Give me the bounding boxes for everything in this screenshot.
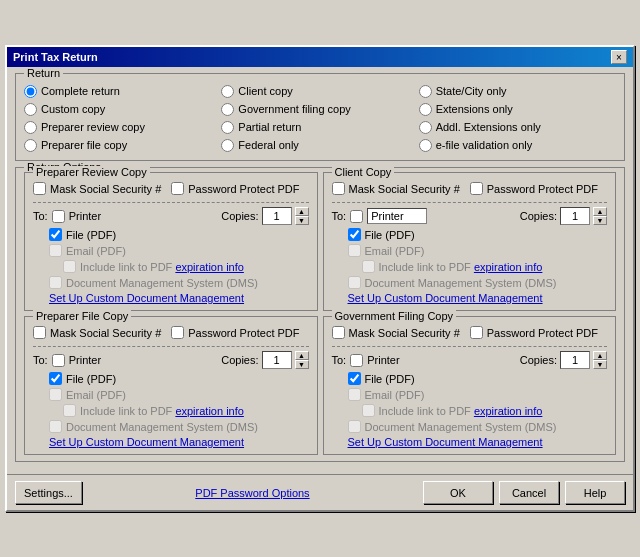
cc-copies-up[interactable]: ▲ <box>593 207 607 216</box>
gf-dms-checkbox[interactable] <box>348 420 361 433</box>
cc-dms-label: Document Management System (DMS) <box>365 277 557 289</box>
ok-button[interactable]: OK <box>423 481 493 504</box>
gf-setup-link[interactable]: Set Up Custom Document Management <box>348 436 543 448</box>
pf-mask-ss-row: Mask Social Security # <box>33 326 161 339</box>
pr-setup-link[interactable]: Set Up Custom Document Management <box>49 292 244 304</box>
help-button[interactable]: Help <box>565 481 625 504</box>
pf-mask-ss-checkbox[interactable] <box>33 326 46 339</box>
pr-mask-ss-label: Mask Social Security # <box>50 183 161 195</box>
pr-dms-checkbox[interactable] <box>49 276 62 289</box>
cc-printer-box: Printer <box>367 208 427 224</box>
pr-expiration-link[interactable]: expiration info <box>175 261 244 273</box>
preparer-review-section: Preparer Review Copy Mask Social Securit… <box>24 172 318 311</box>
pr-copies-up[interactable]: ▲ <box>295 207 309 216</box>
cc-printer-checkbox[interactable] <box>350 210 363 223</box>
gf-email-pdf-row: Email (PDF) <box>332 388 608 401</box>
pf-copies-input[interactable] <box>262 351 292 369</box>
cc-include-link-row: Include link to PDF expiration info <box>332 260 608 273</box>
pf-setup-link[interactable]: Set Up Custom Document Management <box>49 436 244 448</box>
pf-include-link-checkbox[interactable] <box>63 404 76 417</box>
gf-pwd-checkbox[interactable] <box>470 326 483 339</box>
gf-file-pdf-row: File (PDF) <box>332 372 608 385</box>
radio-extensions[interactable]: Extensions only <box>419 100 616 118</box>
title-bar: Print Tax Return × <box>7 47 633 67</box>
dialog-content: Return Complete return Custom copy Prepa… <box>7 67 633 474</box>
radio-state-city-label: State/City only <box>436 82 507 100</box>
gf-printer-label: Printer <box>367 354 399 366</box>
pf-to-row: To: Printer Copies: ▲ ▼ <box>33 351 309 369</box>
radio-state-city[interactable]: State/City only <box>419 82 616 100</box>
cc-setup-link[interactable]: Set Up Custom Document Management <box>348 292 543 304</box>
radio-federal[interactable]: Federal only <box>221 136 418 154</box>
cc-expiration-link[interactable]: expiration info <box>474 261 543 273</box>
radio-efile[interactable]: e-file validation only <box>419 136 616 154</box>
gf-copies-up[interactable]: ▲ <box>593 351 607 360</box>
pr-mask-ss-checkbox[interactable] <box>33 182 46 195</box>
radio-preparer-file[interactable]: Preparer file copy <box>24 136 221 154</box>
gf-file-pdf-checkbox[interactable] <box>348 372 361 385</box>
gf-mask-ss-checkbox[interactable] <box>332 326 345 339</box>
cc-copies-down[interactable]: ▼ <box>593 216 607 225</box>
preparer-file-section-label: Preparer File Copy <box>33 310 131 322</box>
radio-partial[interactable]: Partial return <box>221 118 418 136</box>
cc-include-link-checkbox[interactable] <box>362 260 375 273</box>
pr-mask-ss-row: Mask Social Security # <box>33 182 161 195</box>
cc-dms-checkbox[interactable] <box>348 276 361 289</box>
pf-copies-up[interactable]: ▲ <box>295 351 309 360</box>
pf-copies-label: Copies: <box>221 354 258 366</box>
cc-mask-ss-checkbox[interactable] <box>332 182 345 195</box>
radio-custom[interactable]: Custom copy <box>24 100 221 118</box>
preparer-file-content: Mask Social Security # Password Protect … <box>33 322 309 448</box>
gf-include-link-checkbox[interactable] <box>362 404 375 417</box>
pf-pwd-checkbox[interactable] <box>171 326 184 339</box>
pf-email-pdf-checkbox[interactable] <box>49 388 62 401</box>
close-button[interactable]: × <box>611 50 627 64</box>
pf-email-pdf-label: Email (PDF) <box>66 389 126 401</box>
dialog-title: Print Tax Return <box>13 51 98 63</box>
gf-expiration-link[interactable]: expiration info <box>474 405 543 417</box>
pr-printer-checkbox[interactable] <box>52 210 65 223</box>
pr-email-pdf-checkbox[interactable] <box>49 244 62 257</box>
cc-copies-input[interactable] <box>560 207 590 225</box>
gf-copies-input[interactable] <box>560 351 590 369</box>
print-tax-return-dialog: Print Tax Return × Return Complete retur… <box>5 45 635 512</box>
pr-file-pdf-checkbox[interactable] <box>49 228 62 241</box>
radio-addl-extensions-label: Addl. Extensions only <box>436 118 541 136</box>
pf-expiration-link[interactable]: expiration info <box>175 405 244 417</box>
gf-to-label: To: <box>332 354 347 366</box>
pf-dms-checkbox[interactable] <box>49 420 62 433</box>
radio-preparer-review[interactable]: Preparer review copy <box>24 118 221 136</box>
cc-setup-link-container: Set Up Custom Document Management <box>332 292 608 304</box>
radio-client[interactable]: Client copy <box>221 82 418 100</box>
cc-file-pdf-checkbox[interactable] <box>348 228 361 241</box>
client-copy-content: Mask Social Security # Password Protect … <box>332 178 608 304</box>
pdf-password-options-link[interactable]: PDF Password Options <box>195 487 309 499</box>
gf-copies-down[interactable]: ▼ <box>593 360 607 369</box>
radio-complete[interactable]: Complete return <box>24 82 221 100</box>
radio-addl-extensions[interactable]: Addl. Extensions only <box>419 118 616 136</box>
gf-copies-label: Copies: <box>520 354 557 366</box>
pr-copies-down[interactable]: ▼ <box>295 216 309 225</box>
preparer-review-section-label: Preparer Review Copy <box>33 166 150 178</box>
gf-email-pdf-checkbox[interactable] <box>348 388 361 401</box>
cc-file-pdf-label: File (PDF) <box>365 229 415 241</box>
pr-copies-input[interactable] <box>262 207 292 225</box>
radio-preparer-review-label: Preparer review copy <box>41 118 145 136</box>
pr-dms-label: Document Management System (DMS) <box>66 277 258 289</box>
radio-gov-filing[interactable]: Government filing copy <box>221 100 418 118</box>
pf-file-pdf-checkbox[interactable] <box>49 372 62 385</box>
cancel-button[interactable]: Cancel <box>499 481 559 504</box>
pr-copies-container: Copies: ▲ ▼ <box>221 207 308 225</box>
cc-email-pdf-checkbox[interactable] <box>348 244 361 257</box>
settings-button[interactable]: Settings... <box>15 481 82 504</box>
gf-printer-checkbox[interactable] <box>350 354 363 367</box>
cc-dms-row: Document Management System (DMS) <box>332 276 608 289</box>
pr-include-link-checkbox[interactable] <box>63 260 76 273</box>
gf-dms-row: Document Management System (DMS) <box>332 420 608 433</box>
pf-copies-down[interactable]: ▼ <box>295 360 309 369</box>
pf-setup-link-container: Set Up Custom Document Management <box>33 436 309 448</box>
pf-printer-checkbox[interactable] <box>52 354 65 367</box>
cc-pwd-checkbox[interactable] <box>470 182 483 195</box>
pf-mask-ss-label: Mask Social Security # <box>50 327 161 339</box>
pr-pwd-checkbox[interactable] <box>171 182 184 195</box>
